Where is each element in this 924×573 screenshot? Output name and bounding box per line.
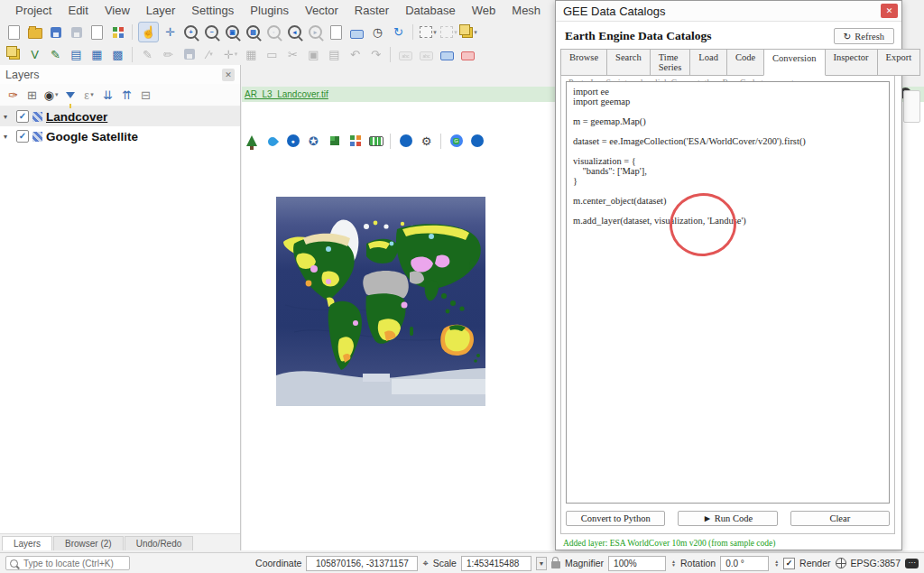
new-map-view[interactable] [327, 23, 346, 42]
open-project[interactable] [25, 23, 44, 42]
show-bookmarks[interactable] [347, 23, 366, 42]
gee-tab-search[interactable]: Search [606, 49, 651, 76]
expand-all[interactable]: ⇊ [99, 87, 116, 104]
zoom-in[interactable]: + [181, 23, 200, 42]
collapse-all[interactable]: ⇈ [118, 87, 135, 104]
dropdown-arrow-icon[interactable]: ▾ [209, 51, 213, 58]
add-delimited-text-layer[interactable]: ▤ [67, 45, 86, 64]
gee-tab-inspector[interactable]: Inspector [825, 49, 878, 76]
expand-icon[interactable]: ▾ [4, 113, 13, 121]
new-print-layout[interactable] [88, 23, 106, 42]
filter-by-expression[interactable]: ε▾ [80, 87, 97, 104]
gee-tab-time-series[interactable]: Time Series [650, 49, 691, 76]
delete-selected[interactable]: ▭ [263, 45, 282, 64]
code-editor[interactable]: import ee import geemap m = geemap.Map()… [566, 81, 890, 504]
modify-attributes[interactable]: ▦ [242, 45, 261, 64]
locate-box[interactable] [5, 556, 130, 570]
label-tool-2[interactable]: abc [417, 45, 436, 64]
extents-icon[interactable]: ⌖ [422, 559, 428, 568]
dock-tab-layers[interactable]: Layers [2, 536, 52, 550]
menu-plugins[interactable]: Plugins [242, 2, 297, 19]
add-raster-layer[interactable]: ▦ [88, 45, 106, 64]
message-bar-link[interactable]: AR_L3_Landcover.tif [245, 89, 328, 99]
magnifier-spinner[interactable]: ▲▼ [671, 559, 676, 567]
current-edits[interactable]: ✎ [138, 45, 157, 64]
rotation-spinner[interactable]: ▲▼ [774, 559, 779, 567]
plugin-battery[interactable] [366, 132, 385, 151]
copy-features-stack[interactable]: ▾ [460, 23, 479, 42]
toggle-editing[interactable]: ✏ [159, 45, 178, 64]
layer-visibility-checkbox[interactable]: ✓ [16, 130, 29, 143]
clear-button[interactable]: Clear [790, 511, 890, 526]
rotation-value[interactable]: 0.0 ° [720, 556, 769, 571]
plugin-gear[interactable]: ⚙ [417, 132, 436, 151]
plugin-tree[interactable] [242, 132, 261, 151]
render-checkbox[interactable]: ✓ [783, 558, 795, 569]
cut-features[interactable]: ✂ [283, 45, 302, 64]
save-project-as[interactable] [67, 23, 86, 42]
zoom-last[interactable]: ◂ [285, 23, 304, 42]
refresh-map[interactable]: ↻ [389, 23, 408, 42]
manage-map-themes[interactable]: ◉▾ [42, 87, 60, 104]
pan-map[interactable]: ☝ [138, 22, 159, 42]
pan-to-selection[interactable]: ✛ [161, 23, 180, 42]
dock-tab-undo-redo[interactable]: Undo/Redo [125, 536, 194, 550]
gee-titlebar[interactable]: GEE Data Catalogs ✕ [556, 1, 901, 22]
zoom-to-selection[interactable]: ◦ [264, 23, 283, 42]
layers-panel-close-icon[interactable]: ✕ [222, 69, 235, 81]
refresh-button[interactable]: ↻ Refresh [834, 28, 894, 44]
menu-web[interactable]: Web [464, 2, 504, 19]
layer-item-landcover[interactable]: ▾✓Landcover [0, 106, 240, 126]
dropdown-arrow-icon[interactable]: ▾ [433, 29, 437, 36]
dropdown-arrow-icon[interactable]: ▾ [235, 51, 238, 58]
style-manager[interactable] [108, 23, 127, 42]
select-features[interactable]: ▾ [419, 23, 438, 42]
vertex-tool[interactable]: ✛▾ [221, 45, 240, 64]
magnifier-value[interactable]: 100% [608, 556, 666, 571]
convert-to-python-button[interactable]: Convert to Python [566, 511, 665, 526]
add-group[interactable]: ⊞ [23, 87, 41, 104]
gee-close-button[interactable]: ✕ [881, 4, 898, 18]
menu-settings[interactable]: Settings [183, 2, 242, 19]
plugin-gee[interactable]: G [447, 132, 466, 151]
layer-item-google-satellite[interactable]: ▾✓Google Satellite [0, 126, 240, 146]
undo[interactable]: ↶ [346, 45, 365, 64]
gee-tab-code[interactable]: Code [726, 49, 764, 76]
messages-icon[interactable]: ⋯ [905, 559, 919, 568]
copy-features[interactable]: ▣ [304, 45, 323, 64]
temporal-controller[interactable]: ◷ [368, 23, 387, 42]
zoom-to-layer[interactable]: ▤ [244, 23, 263, 42]
menu-mesh[interactable]: Mesh [504, 2, 549, 19]
digitize-tool[interactable]: ∕▾ [200, 45, 219, 64]
menu-project[interactable]: Project [7, 2, 60, 19]
gee-tab-browse[interactable]: Browse [560, 49, 607, 76]
dropdown-arrow-icon[interactable]: ▾ [90, 91, 94, 98]
dropdown-arrow-icon[interactable]: ▾ [474, 29, 477, 36]
zoom-full-extent[interactable]: ▣ [223, 23, 242, 42]
paste-features[interactable]: ▤ [325, 45, 344, 64]
plugin-water-drop[interactable] [263, 132, 282, 151]
plugin-eye[interactable]: ● [283, 132, 302, 151]
plugin-green-grid[interactable] [325, 132, 344, 151]
menu-view[interactable]: View [97, 2, 138, 19]
zoom-next[interactable]: ▸ [306, 23, 325, 42]
run-code-button[interactable]: ► Run Code [678, 511, 777, 526]
zoom-out[interactable]: − [202, 23, 221, 42]
label-pin[interactable] [438, 45, 457, 64]
lock-icon[interactable] [551, 561, 560, 568]
new-project[interactable] [5, 23, 23, 42]
label-highlight[interactable] [458, 45, 477, 64]
open-data-source-manager[interactable] [5, 45, 23, 64]
add-mesh-layer[interactable]: ✎ [46, 45, 65, 64]
menu-layer[interactable]: Layer [138, 2, 184, 19]
save-layer-edits[interactable] [180, 45, 199, 64]
locate-input[interactable] [22, 558, 125, 569]
plugin-color-grid[interactable] [346, 132, 365, 151]
remove-layer[interactable]: ⊟ [137, 87, 154, 104]
dock-tab-browser-2-[interactable]: Browser (2) [53, 536, 124, 550]
menu-database[interactable]: Database [397, 2, 464, 19]
open-layer-styling[interactable]: ✑ [5, 87, 22, 104]
label-tool-1[interactable]: abc [396, 45, 415, 64]
plugin-globe[interactable] [467, 132, 486, 151]
menu-raster[interactable]: Raster [346, 2, 397, 19]
